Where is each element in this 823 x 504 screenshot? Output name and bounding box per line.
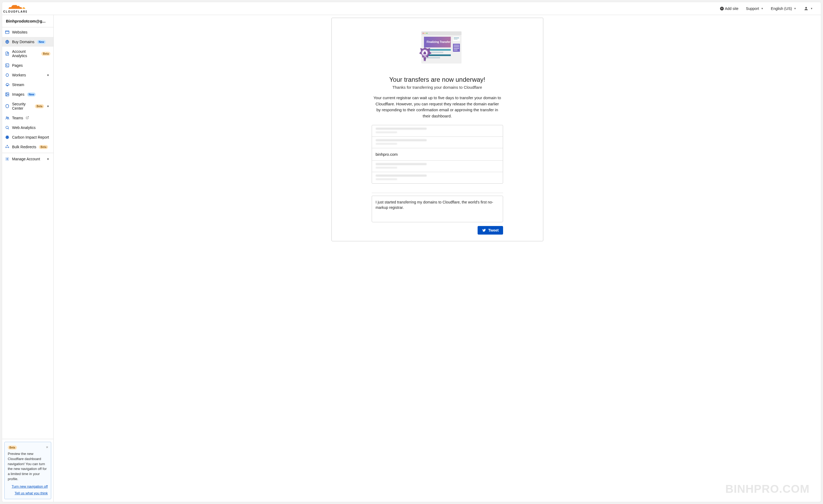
svg-point-12 [7,137,8,138]
sidebar-item-teams[interactable]: Teams [2,113,53,123]
content-area: Finalizing Transfer [54,15,821,502]
sidebar-nav: WebsitesBuy DomainsNewAccount AnalyticsB… [2,27,53,439]
support-menu[interactable]: Support ▼ [742,5,767,12]
svg-text:Finalizing Transfer: Finalizing Transfer [427,40,450,43]
preview-card-text: Preview the new Cloudflare dashboard nav… [8,452,48,482]
account-name[interactable]: Binhprodotcom@g... [2,15,53,27]
svg-rect-28 [454,45,459,45]
sidebar-item-label: Manage Account [12,157,40,161]
topbar: CLOUDFLARE + Add site Support ▼ English … [2,2,821,15]
sidebar-item-label: Workers [12,73,26,77]
separator [372,193,503,193]
user-menu[interactable]: ▼ [800,5,817,13]
svg-text:CLOUDFLARE: CLOUDFLARE [3,10,27,13]
svg-line-11 [8,128,9,129]
chevron-down-icon: ▼ [761,7,764,10]
user-icon [804,6,809,11]
sidebar-item-images[interactable]: ImagesNew [2,90,53,99]
twitter-icon [482,228,486,232]
beta-badge: Beta [35,104,44,108]
sidebar-item-buy-domains[interactable]: Buy DomainsNew [2,37,53,47]
svg-point-7 [6,94,7,95]
sidebar: Binhprodotcom@g... WebsitesBuy DomainsNe… [2,15,54,502]
transfers-heading: Your transfers are now underway! [389,76,485,83]
sidebar-item-websites[interactable]: Websites [2,27,53,37]
language-menu[interactable]: English (US) ▼ [767,5,800,12]
svg-point-1 [805,7,807,9]
svg-point-21 [427,33,428,34]
chevron-down-icon: ▼ [47,105,50,108]
external-link-icon [26,116,29,120]
svg-point-16 [7,158,8,160]
sidebar-item-label: Images [12,92,24,97]
tweet-row: Tweet [372,226,503,234]
domain-row-blurred [372,172,503,183]
sidebar-item-label: Websites [12,30,27,34]
beta-badge: Beta [41,52,50,56]
plus-circle-icon: + [720,7,724,10]
add-site-button[interactable]: + Add site [716,5,742,12]
sidebar-item-stream[interactable]: Stream [2,80,53,90]
beta-badge: Beta [8,446,17,450]
svg-rect-31 [454,49,458,50]
sidebar-item-label: Security Center [12,102,32,111]
cloud-icon [5,82,9,87]
sidebar-item-web-analytics[interactable]: Web Analytics [2,123,53,133]
svg-rect-29 [454,46,459,47]
svg-rect-25 [454,37,459,38]
transfers-para: Your current registrar can wait up to fi… [373,95,502,119]
tweet-textbox[interactable]: I just started transferring my domains t… [372,196,503,222]
sidebar-item-label: Pages [12,63,23,67]
svg-point-8 [6,117,7,118]
new-badge: New [27,93,36,97]
preview-nav-card: × Beta Preview the new Cloudflare dashbo… [4,442,51,499]
domain-row-blurred [372,161,503,172]
analytics-icon [5,51,9,56]
svg-point-20 [425,33,426,34]
redirect-icon [5,145,9,149]
sidebar-item-workers[interactable]: Workers▼ [2,70,53,80]
transfers-card: Finalizing Transfer [331,18,543,241]
sidebar-item-carbon-impact-report[interactable]: Carbon Impact Report [2,133,53,142]
cloudflare-logo[interactable]: CLOUDFLARE [3,3,32,14]
teams-icon [5,116,9,120]
chevron-down-icon: ▼ [47,158,50,161]
gear-icon [5,157,9,161]
svg-point-10 [6,126,8,129]
tweet-button[interactable]: Tweet [478,226,503,234]
sidebar-item-bulk-redirects[interactable]: Bulk RedirectsBeta [2,142,53,152]
domain-row: binhpro.com [372,148,503,161]
app-window: CLOUDFLARE + Add site Support ▼ English … [2,2,821,502]
transfers-subhead: Thanks for transferring your domains to … [392,85,482,90]
sidebar-item-label: Account Analytics [12,49,39,58]
pages-icon [5,63,9,67]
domain-row-blurred [372,125,503,137]
sidebar-item-manage-account[interactable]: Manage Account▼ [2,154,53,164]
svg-rect-26 [454,39,458,40]
sidebar-item-label: Bulk Redirects [12,145,36,149]
turn-off-nav-link[interactable]: Turn new navigation off [8,484,48,488]
beta-badge: Beta [39,145,48,149]
sidebar-item-label: Carbon Impact Report [12,135,49,139]
sidebar-item-pages[interactable]: Pages [2,60,53,70]
svg-rect-2 [5,31,9,34]
image-icon [5,92,9,97]
sidebar-item-label: Stream [12,82,24,87]
sidebar-item-account-analytics[interactable]: Account AnalyticsBeta [2,47,53,60]
sidebar-item-label: Buy Domains [12,40,34,44]
chevron-down-icon: ▼ [47,74,50,77]
workers-icon [5,73,9,77]
finalizing-transfer-illustration: Finalizing Transfer [410,29,464,71]
close-icon[interactable]: × [46,445,48,449]
svg-rect-30 [454,48,459,49]
svg-point-9 [8,117,9,118]
shield-icon [5,104,9,108]
svg-point-19 [423,33,424,34]
sidebar-item-security-center[interactable]: Security CenterBeta▼ [2,99,53,113]
feedback-link[interactable]: Tell us what you think [8,491,48,495]
chevron-down-icon: ▼ [810,7,813,10]
tweet-button-label: Tweet [488,228,499,232]
search-icon [5,126,9,130]
sidebar-item-label: Web Analytics [12,126,36,130]
sidebar-item-label: Teams [12,116,23,120]
